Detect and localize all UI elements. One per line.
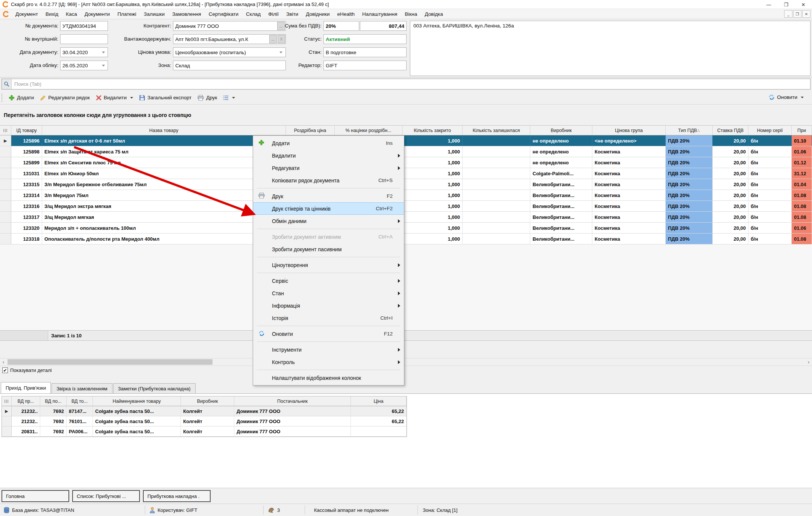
cell-qty_left[interactable] bbox=[463, 168, 530, 179]
cell-manufacturer[interactable]: не определено bbox=[530, 146, 592, 157]
contractor-field[interactable]: Доминик 777 ООО bbox=[173, 21, 286, 31]
cell-price_group[interactable]: <не определено> bbox=[592, 135, 666, 146]
delete-button[interactable]: Видалити bbox=[93, 93, 136, 102]
menu-6[interactable]: Залишки bbox=[140, 10, 168, 18]
add-button[interactable]: Додати bbox=[6, 93, 37, 102]
cell-vat_type[interactable]: ПДВ 20% bbox=[666, 201, 713, 211]
context-menu-item[interactable]: Друк стікерів та цінниківCtrl+F2 bbox=[253, 202, 404, 215]
table-row[interactable]: 125899Elmex з/п Сенситив плюс 75 мл1,000… bbox=[0, 157, 812, 168]
menu-10[interactable]: Філії bbox=[264, 10, 282, 18]
contractor-browse-button[interactable]: ... bbox=[277, 22, 285, 30]
context-menu-item[interactable]: Ціноутворення bbox=[253, 259, 404, 271]
row-selector[interactable] bbox=[0, 157, 11, 168]
scroll-right-icon[interactable]: › bbox=[805, 358, 812, 366]
cell-manufacturer[interactable]: Великобритани... bbox=[530, 190, 592, 200]
view-options-caret[interactable] bbox=[232, 97, 235, 99]
menu-12[interactable]: Довідники bbox=[302, 10, 333, 18]
cell-series[interactable]: б/н bbox=[748, 190, 792, 200]
cell-vat_rate[interactable]: 20,00 bbox=[713, 135, 748, 146]
scrollbar-thumb[interactable] bbox=[8, 359, 212, 365]
detail-cell-name[interactable]: Colgate зубна паста 50... bbox=[93, 406, 181, 416]
menu-8[interactable]: Сертифікати bbox=[205, 10, 242, 18]
menu-13[interactable]: eHealth bbox=[333, 10, 358, 18]
detail-column-header-vd_pr[interactable]: ВД пр... bbox=[12, 396, 40, 406]
edit-row-button[interactable]: Редагувати рядок bbox=[37, 93, 93, 102]
column-header-vat_rate[interactable]: Ставка ПДВ bbox=[713, 126, 748, 135]
cell-arrival[interactable]: 01.06 bbox=[792, 223, 812, 233]
menu-5[interactable]: Платежі bbox=[114, 10, 140, 18]
cell-manufacturer[interactable]: Великобритани... bbox=[530, 234, 592, 244]
cell-vat_type[interactable]: ПДВ 20% bbox=[666, 223, 713, 233]
cell-id[interactable]: 123316 bbox=[11, 201, 42, 211]
cell-qty_left[interactable] bbox=[463, 179, 530, 190]
cell-qty_left[interactable] bbox=[463, 201, 530, 211]
detail-tab-2[interactable]: Звірка із замовленням bbox=[52, 383, 112, 394]
consignee-browse-button[interactable]: ... bbox=[269, 35, 277, 43]
cell-qty_closed[interactable]: 1,000 bbox=[402, 190, 463, 200]
cell-vat_type[interactable]: ПДВ 20% bbox=[666, 234, 713, 244]
row-selector[interactable] bbox=[0, 168, 11, 179]
cell-qty_closed[interactable]: 1,000 bbox=[402, 179, 463, 190]
delete-dropdown-caret[interactable] bbox=[130, 97, 133, 99]
detail-cell-manufacturer[interactable]: Колгейт bbox=[181, 426, 234, 436]
cell-arrival[interactable]: 01.08 bbox=[792, 212, 812, 222]
detail-cell-price[interactable]: 65,22 bbox=[351, 416, 407, 426]
cell-name[interactable]: Elmex з/п детская от 0-6 лет 50мл bbox=[42, 135, 286, 146]
cell-qty_closed[interactable]: 1,000 bbox=[402, 146, 463, 157]
detail-column-header-vd_po[interactable]: ВД по... bbox=[40, 396, 67, 406]
column-header-qty_closed[interactable]: Кількість закрито bbox=[402, 126, 463, 135]
table-row[interactable]: 125898Elmex з/п Защита от кариеса 75 мл1… bbox=[0, 146, 812, 157]
cell-vat_rate[interactable]: 20,00 bbox=[713, 212, 748, 222]
scroll-left-icon[interactable]: ‹ bbox=[0, 358, 7, 366]
cell-vat_rate[interactable]: 20,00 bbox=[713, 157, 748, 168]
context-menu-item[interactable]: Налаштувати відображення колонок bbox=[253, 372, 404, 384]
row-selector[interactable] bbox=[0, 223, 11, 233]
detail-cell-vd_po[interactable]: 7692 bbox=[40, 416, 67, 426]
menu-1[interactable]: Документ bbox=[12, 10, 42, 18]
doc-number-field[interactable]: УТДМ0304194 bbox=[60, 21, 108, 31]
context-menu-item[interactable]: Видалити bbox=[253, 149, 404, 162]
context-menu-item[interactable]: Інструменти bbox=[253, 343, 404, 356]
cell-vat_type[interactable]: ПДВ 20% bbox=[666, 179, 713, 190]
consignee-field[interactable]: Апт №003 пгт.Барышевка, ул.К bbox=[173, 34, 286, 44]
cell-name[interactable]: Меридол з/п + ополаскиватель 100мл bbox=[42, 223, 286, 233]
context-menu-item[interactable]: Сервіс bbox=[253, 275, 404, 287]
cell-arrival[interactable]: 01.08 bbox=[792, 190, 812, 200]
row-selector[interactable] bbox=[0, 146, 11, 157]
cell-qty_left[interactable] bbox=[463, 223, 530, 233]
cell-qty_left[interactable] bbox=[463, 190, 530, 200]
show-details-checkbox[interactable]: ✔ bbox=[2, 367, 8, 373]
cell-price_group[interactable]: Косметика bbox=[592, 223, 666, 233]
detail-row-selector[interactable] bbox=[2, 426, 12, 436]
cell-vat_rate[interactable]: 20,00 bbox=[713, 201, 748, 211]
detail-cell-vd_to[interactable]: PA006... bbox=[67, 426, 93, 436]
cell-id[interactable]: 125898 bbox=[11, 146, 42, 157]
cell-arrival[interactable]: 01.08 bbox=[792, 234, 812, 244]
column-header-series[interactable]: Номер серії bbox=[748, 126, 792, 135]
menu-11[interactable]: Звіти bbox=[282, 10, 302, 18]
cell-series[interactable]: б/н bbox=[748, 223, 792, 233]
cell-vat_type[interactable]: ПДВ 20% bbox=[666, 168, 713, 179]
table-row[interactable]: 123316З/щ Меридол экстра мягкая1,000Вели… bbox=[0, 201, 812, 212]
menu-4[interactable]: Документи bbox=[81, 10, 114, 18]
cell-qty_closed[interactable]: 1,000 bbox=[402, 201, 463, 211]
column-header-price_group[interactable]: Цінова група bbox=[592, 126, 666, 135]
menu-7[interactable]: Замовлення bbox=[168, 10, 205, 18]
window-tab-3[interactable]: Прибуткова накладна . bbox=[143, 490, 211, 502]
maximize-icon[interactable]: ❐ bbox=[777, 0, 795, 9]
context-menu-item[interactable]: ДодатиIns bbox=[253, 137, 404, 149]
cell-arrival[interactable]: 01.06 bbox=[792, 146, 812, 157]
table-row[interactable]: 131031Elmex з/п Юниор 50мл1,000Colgate-P… bbox=[0, 168, 812, 179]
view-options-button[interactable] bbox=[220, 94, 238, 102]
cell-qty_left[interactable] bbox=[463, 212, 530, 222]
print-button[interactable]: Друк bbox=[194, 93, 220, 102]
menu-3[interactable]: Каса bbox=[62, 10, 81, 18]
close-icon[interactable]: ✕ bbox=[795, 0, 812, 9]
detail-cell-vd_to[interactable]: 76101... bbox=[67, 416, 93, 426]
cell-series[interactable]: б/н bbox=[748, 179, 792, 190]
detail-cell-vd_po[interactable]: 7692 bbox=[40, 406, 67, 416]
cell-qty_closed[interactable]: 1,000 bbox=[402, 157, 463, 168]
window-tab-2[interactable]: Список: Прибуткові ... bbox=[72, 490, 140, 502]
column-header-vat_type[interactable]: Тип ПДВ △ bbox=[666, 126, 713, 135]
context-menu-item[interactable]: Контроль bbox=[253, 356, 404, 368]
